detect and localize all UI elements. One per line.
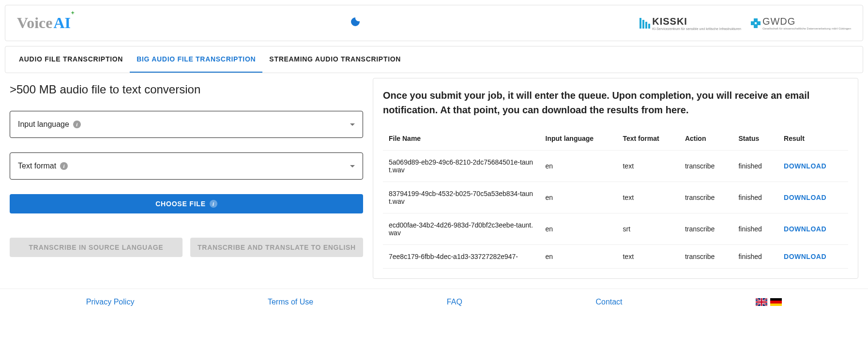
cell-action: transcribe bbox=[679, 245, 733, 269]
cell-input-language: en bbox=[540, 151, 617, 182]
col-result: Result bbox=[778, 127, 848, 151]
cell-status: finished bbox=[732, 213, 778, 245]
info-icon[interactable]: i bbox=[73, 121, 81, 128]
tab-audio-file[interactable]: AUDIO FILE TRANSCRIPTION bbox=[12, 46, 130, 73]
cell-action: transcribe bbox=[679, 182, 733, 213]
page-title: >500 MB audio file to text conversion bbox=[10, 83, 363, 96]
col-input-language: Input language bbox=[540, 127, 617, 151]
logo-text-accent: AI bbox=[53, 14, 71, 32]
gwdg-logo: GWDG Gesellschaft für wissenschaftliche … bbox=[751, 16, 851, 30]
kisski-icon bbox=[640, 18, 650, 29]
choose-file-label: CHOOSE FILE bbox=[155, 200, 206, 208]
gwdg-icon bbox=[751, 18, 761, 28]
queue-info-text: Once you submit your job, it will enter … bbox=[383, 88, 848, 117]
col-status: Status bbox=[732, 127, 778, 151]
app-logo: VoiceAI bbox=[17, 14, 71, 32]
footer-faq-link[interactable]: FAQ bbox=[447, 298, 462, 306]
cell-file-name: 5a069d89-eb29-49c6-8210-2dc75684501e-tau… bbox=[383, 151, 540, 182]
jobs-table-scroll[interactable]: File Name Input language Text format Act… bbox=[383, 127, 848, 269]
dark-mode-toggle-icon[interactable] bbox=[350, 16, 361, 30]
jobs-table: File Name Input language Text format Act… bbox=[383, 127, 848, 269]
cell-status: finished bbox=[732, 245, 778, 269]
table-row: ecd00fae-34b2-4d26-983d-7d0bf2c3eebe-tau… bbox=[383, 213, 848, 245]
flag-de-icon[interactable] bbox=[770, 298, 782, 306]
input-language-select[interactable]: Input language i bbox=[10, 111, 363, 138]
transcribe-translate-button[interactable]: TRANSCRIBE AND TRANSLATE TO ENGLISH bbox=[190, 238, 363, 257]
table-header-row: File Name Input language Text format Act… bbox=[383, 127, 848, 151]
cell-file-name: 83794199-49cb-4532-b025-70c5a53eb834-tau… bbox=[383, 182, 540, 213]
download-link[interactable]: DOWNLOAD bbox=[784, 162, 826, 170]
kisski-label: KISSKI bbox=[652, 16, 741, 27]
cell-file-name: ecd00fae-34b2-4d26-983d-7d0bf2c3eebe-tau… bbox=[383, 213, 540, 245]
cell-input-language: en bbox=[540, 213, 617, 245]
language-flags bbox=[756, 298, 782, 306]
info-icon: i bbox=[210, 200, 217, 208]
chevron-down-icon bbox=[350, 123, 355, 126]
gwdg-label: GWDG bbox=[762, 16, 851, 27]
download-link[interactable]: DOWNLOAD bbox=[784, 253, 826, 260]
cell-text-format: text bbox=[617, 245, 679, 269]
app-header: VoiceAI KISSKI KI-Servicezentrum für sen… bbox=[5, 5, 863, 41]
cell-input-language: en bbox=[540, 182, 617, 213]
flag-uk-icon[interactable] bbox=[756, 298, 767, 306]
footer-contact-link[interactable]: Contact bbox=[595, 298, 622, 306]
col-action: Action bbox=[679, 127, 733, 151]
col-file-name: File Name bbox=[383, 127, 540, 151]
cell-input-language: en bbox=[540, 245, 617, 269]
cell-text-format: text bbox=[617, 151, 679, 182]
footer: Privacy Policy Terms of Use FAQ Contact bbox=[0, 288, 868, 315]
cell-text-format: text bbox=[617, 182, 679, 213]
download-link[interactable]: DOWNLOAD bbox=[784, 225, 826, 233]
table-row: 7ee8c179-6fbb-4dec-a1d3-33727282e947-ent… bbox=[383, 245, 848, 269]
logo-text-main: Voice bbox=[17, 14, 52, 32]
cell-action: transcribe bbox=[679, 213, 733, 245]
info-icon[interactable]: i bbox=[60, 162, 68, 170]
footer-terms-link[interactable]: Terms of Use bbox=[268, 298, 313, 306]
tab-bar: AUDIO FILE TRANSCRIPTION BIG AUDIO FILE … bbox=[5, 46, 863, 73]
text-format-select[interactable]: Text format i bbox=[10, 152, 363, 180]
action-buttons: TRANSCRIBE IN SOURCE LANGUAGE TRANSCRIBE… bbox=[10, 238, 363, 257]
text-format-label: Text format bbox=[18, 162, 56, 170]
col-text-format: Text format bbox=[617, 127, 679, 151]
chevron-down-icon bbox=[350, 165, 355, 167]
tab-streaming-audio[interactable]: STREAMING AUDIO TRANSCRIPTION bbox=[262, 46, 408, 73]
partner-logos: KISSKI KI-Servicezentrum für sensible un… bbox=[640, 16, 851, 30]
cell-status: finished bbox=[732, 151, 778, 182]
table-row: 83794199-49cb-4532-b025-70c5a53eb834-tau… bbox=[383, 182, 848, 213]
cell-status: finished bbox=[732, 182, 778, 213]
kisski-logo: KISSKI KI-Servicezentrum für sensible un… bbox=[640, 16, 741, 30]
tab-big-audio-file[interactable]: BIG AUDIO FILE TRANSCRIPTION bbox=[130, 46, 262, 73]
upload-panel: >500 MB audio file to text conversion In… bbox=[10, 78, 363, 279]
download-link[interactable]: DOWNLOAD bbox=[784, 194, 826, 201]
cell-file-name: 7ee8c179-6fbb-4dec-a1d3-33727282e947- bbox=[383, 245, 540, 269]
choose-file-button[interactable]: CHOOSE FILE i bbox=[10, 194, 363, 213]
cell-action: transcribe bbox=[679, 151, 733, 182]
gwdg-sublabel: Gesellschaft für wissenschaftliche Daten… bbox=[762, 27, 851, 30]
main-content: >500 MB audio file to text conversion In… bbox=[0, 78, 868, 288]
kisski-sublabel: KI-Servicezentrum für sensible und kriti… bbox=[652, 27, 741, 30]
table-row: 5a069d89-eb29-49c6-8210-2dc75684501e-tau… bbox=[383, 151, 848, 182]
cell-text-format: srt bbox=[617, 213, 679, 245]
jobs-panel: Once you submit your job, it will enter … bbox=[373, 78, 858, 279]
input-language-label: Input language bbox=[18, 120, 69, 129]
footer-privacy-link[interactable]: Privacy Policy bbox=[86, 298, 135, 306]
transcribe-source-button[interactable]: TRANSCRIBE IN SOURCE LANGUAGE bbox=[10, 238, 183, 257]
